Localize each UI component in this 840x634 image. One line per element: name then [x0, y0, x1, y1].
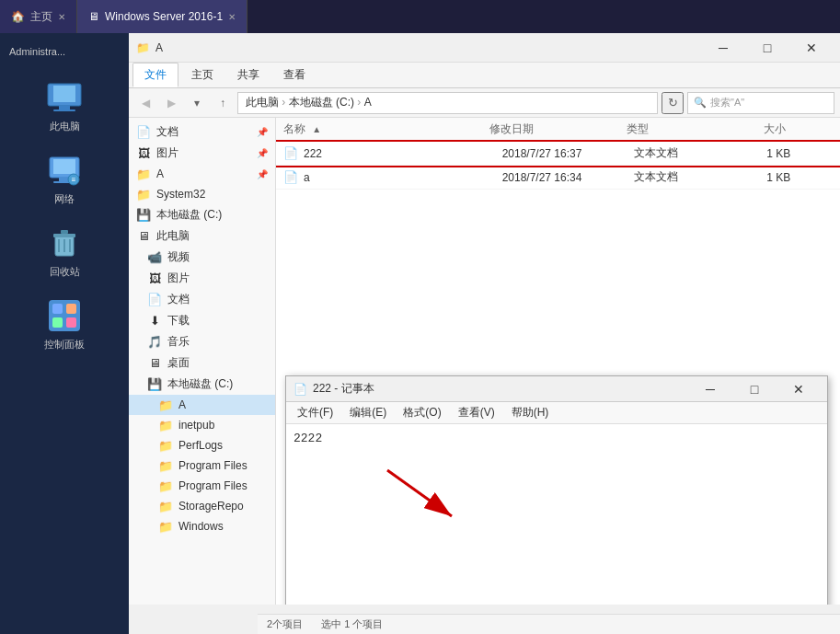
- ribbon-tab-home[interactable]: 主页: [180, 63, 224, 86]
- nav-item-pics2[interactable]: 🖼 图片: [129, 268, 275, 289]
- nav-item-local-disk-c[interactable]: 💾 本地磁盘 (C:): [129, 374, 275, 395]
- perflogs-icon: 📁: [158, 438, 173, 453]
- nav-item-local-disk[interactable]: 💾 本地磁盘 (C:): [129, 204, 275, 225]
- file-pane: 名称 ▲ 修改日期 类型 大小 📄 222 2018/7/27 16:37 文本…: [276, 118, 840, 605]
- col-type-header[interactable]: 类型: [627, 121, 764, 137]
- search-box[interactable]: 🔍 搜索"A": [687, 92, 834, 114]
- explorer-body: 📄 文档 📌 🖼 图片 📌 📁 A 📌 📁 System32 💾 本地磁盘 (C: [129, 118, 840, 605]
- recycle-icon: [42, 225, 86, 261]
- ribbon-tab-view[interactable]: 查看: [272, 63, 316, 86]
- nav-downloads-label: 下载: [167, 313, 190, 329]
- explorer-window-title: A: [155, 41, 163, 54]
- pin-a-icon: 📌: [257, 169, 268, 179]
- svg-rect-20: [66, 317, 76, 328]
- file-222-name: 222: [304, 147, 502, 160]
- address-bar: ◀ ▶ ▾ ↑ 此电脑 › 本地磁盘 (C:) › A ↻ 🔍 搜索"A": [129, 88, 840, 118]
- close-button[interactable]: ✕: [790, 35, 833, 61]
- nav-a-sub-label: A: [178, 398, 186, 411]
- nav-item-pics[interactable]: 🖼 图片 📌: [129, 143, 275, 164]
- col-name-header[interactable]: 名称 ▲: [283, 121, 489, 137]
- notepad-menu-view[interactable]: 查看(V): [451, 403, 502, 422]
- sort-icon: ▲: [312, 124, 321, 134]
- notepad-close[interactable]: ✕: [777, 376, 820, 402]
- explorer-window: 📁 A ─ □ ✕ 文件 主页 共享 查看 ◀ ▶ ▾ ↑ 此电脑 › 本地磁盘…: [129, 33, 840, 634]
- crumb-a[interactable]: A: [364, 96, 372, 109]
- search-icon: 🔍: [694, 97, 707, 109]
- file-a-date: 2018/7/27 16:34: [502, 171, 635, 184]
- nav-item-windows[interactable]: 📁 Windows: [129, 516, 275, 536]
- a-sub-icon: 📁: [158, 398, 173, 412]
- up-button[interactable]: ↑: [212, 92, 234, 114]
- nav-item-a-sub[interactable]: 📁 A: [129, 395, 275, 415]
- nav-system32-label: System32: [156, 188, 205, 201]
- notepad-minimize[interactable]: ─: [689, 376, 731, 402]
- this-pc-label: 此电脑: [50, 120, 80, 133]
- svg-rect-3: [53, 110, 75, 111]
- nav-item-video[interactable]: 📹 视频: [129, 247, 275, 268]
- ribbon-tab-file[interactable]: 文件: [132, 63, 178, 87]
- notepad-menu-file[interactable]: 文件(F): [290, 403, 340, 422]
- nav-item-storage-repo[interactable]: 📁 StorageRepo: [129, 496, 275, 516]
- tab-home-label: 主页: [30, 9, 52, 25]
- nav-item-music[interactable]: 🎵 音乐: [129, 331, 275, 352]
- notepad-menu-edit[interactable]: 编辑(E): [342, 403, 394, 422]
- dropdown-button[interactable]: ▾: [186, 92, 208, 114]
- file-a-type: 文本文档: [634, 169, 766, 185]
- crumb-local-disk[interactable]: 本地磁盘 (C:): [289, 96, 354, 109]
- notepad-title: 📄 222 - 记事本: [293, 381, 689, 397]
- tab-home[interactable]: 🏠 主页 ✕: [0, 0, 77, 33]
- nav-item-downloads[interactable]: ⬇ 下载: [129, 310, 275, 331]
- sidebar-item-network[interactable]: ≡ 网络: [28, 152, 101, 206]
- file-row-a[interactable]: 📄 a 2018/7/27 16:34 文本文档 1 KB: [276, 166, 840, 190]
- file-row-222[interactable]: 📄 222 2018/7/27 16:37 文本文档 1 KB: [276, 142, 840, 166]
- address-input[interactable]: 此电脑 › 本地磁盘 (C:) › A: [237, 92, 658, 114]
- nav-item-docs2[interactable]: 📄 文档: [129, 289, 275, 310]
- this-pc-icon: [42, 79, 86, 116]
- inetpub-icon: 📁: [158, 418, 173, 432]
- home-tab-icon: 🏠: [11, 10, 25, 23]
- pin-pics-icon: 📌: [257, 148, 268, 158]
- nav-program-files-label: Program Files: [178, 459, 247, 472]
- file-list-header[interactable]: 名称 ▲ 修改日期 类型 大小: [276, 118, 840, 142]
- svg-rect-2: [59, 106, 70, 110]
- nav-item-program-files[interactable]: 📁 Program Files: [129, 455, 275, 476]
- col-size-header[interactable]: 大小: [764, 121, 833, 137]
- nav-item-a[interactable]: 📁 A 📌: [129, 164, 275, 184]
- ribbon-tab-share[interactable]: 共享: [226, 63, 270, 86]
- nav-item-program-files-x86[interactable]: 📁 Program Files: [129, 476, 275, 496]
- tab-home-close[interactable]: ✕: [58, 12, 65, 22]
- col-date-header[interactable]: 修改日期: [489, 121, 627, 137]
- nav-item-system32[interactable]: 📁 System32: [129, 184, 275, 204]
- breadcrumb: 此电脑 › 本地磁盘 (C:) › A: [246, 95, 372, 110]
- notepad-menu-help[interactable]: 帮助(H): [504, 403, 557, 422]
- notepad-content[interactable]: 2222: [286, 424, 827, 453]
- nav-item-desktop[interactable]: 🖥 桌面: [129, 352, 275, 374]
- crumb-sep-2: ›: [357, 96, 363, 109]
- nav-item-docs[interactable]: 📄 文档 📌: [129, 121, 275, 143]
- crumb-this-pc[interactable]: 此电脑: [246, 96, 279, 109]
- notepad-maximize[interactable]: □: [733, 376, 776, 402]
- nav-item-perflogs[interactable]: 📁 PerfLogs: [129, 435, 275, 455]
- notepad-menu-format[interactable]: 格式(O): [396, 403, 448, 422]
- nav-this-pc-label: 此电脑: [156, 228, 190, 244]
- forward-button[interactable]: ▶: [160, 92, 182, 114]
- sidebar-item-control-panel[interactable]: 控制面板: [28, 297, 101, 352]
- nav-docs-label: 文档: [156, 124, 178, 140]
- nav-item-this-pc[interactable]: 🖥 此电脑: [129, 225, 275, 247]
- pics-icon: 🖼: [136, 146, 151, 161]
- tab-server[interactable]: 🖥 Windows Server 2016-1 ✕: [77, 0, 247, 33]
- maximize-button[interactable]: □: [746, 35, 788, 61]
- nav-item-inetpub[interactable]: 📁 inetpub: [129, 415, 275, 435]
- back-button[interactable]: ◀: [134, 92, 156, 114]
- sidebar-item-recycle[interactable]: 回收站: [28, 225, 101, 279]
- nav-desktop-label: 桌面: [167, 355, 190, 371]
- tab-server-close[interactable]: ✕: [228, 12, 236, 22]
- storage-repo-icon: 📁: [158, 499, 173, 513]
- sidebar-item-this-pc[interactable]: 此电脑: [28, 79, 101, 133]
- refresh-button[interactable]: ↻: [662, 92, 684, 114]
- pics2-icon: 🖼: [147, 271, 162, 286]
- a-folder-icon: 📁: [136, 167, 151, 181]
- minimize-button[interactable]: ─: [702, 35, 744, 61]
- sidebar: Administra... 此电脑 ≡ 网络: [0, 33, 129, 634]
- svg-rect-1: [53, 86, 75, 102]
